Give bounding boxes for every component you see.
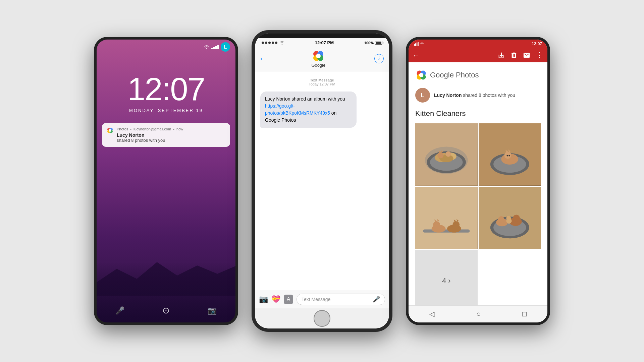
google-photos-brand-icon [415,69,427,81]
back-arrow-icon[interactable]: ← [413,52,419,59]
svg-rect-10 [414,44,415,46]
notification-header: Photos • lucynorton@gmail.com • now [117,127,225,131]
camera-input-icon[interactable]: 📷 [259,295,268,304]
sender-name: Lucy Norton [434,93,462,98]
battery-icon [375,41,382,45]
photo-grid: 4 › [415,123,541,305]
android-nav-bar: ◁ ○ □ [409,305,547,322]
lockscreen-time: 12:07 [97,73,235,105]
android2-time: 12:07 [532,42,542,46]
info-button[interactable]: i [374,54,384,63]
email-content: Google Photos L Lucy Norton shared 8 pho… [409,62,547,305]
android-bottom-nav: 🎤 ⊙ 📷 [97,305,235,316]
imessage-body: Text Message Today 12:07 PM Lucy Norton … [255,71,389,290]
notif-time: now [176,127,183,131]
svg-point-4 [109,129,111,132]
google-photos-notif-icon [107,127,113,134]
delete-icon[interactable] [510,52,518,59]
home-nav-icon[interactable]: ○ [476,310,481,318]
signal-dots-group [262,41,284,45]
lockscreen-time-display: 12:07 MONDAY, SEPTEMBER 19 [97,73,235,113]
recent-nav-icon[interactable]: □ [522,310,527,318]
kitten-photo-2 [479,123,541,186]
archive-icon[interactable] [497,52,505,59]
svg-point-28 [445,151,451,157]
notification-card[interactable]: Photos • lucynorton@gmail.com • now Lucy… [102,123,230,147]
microphone-input-icon[interactable]: 🎤 [373,296,380,303]
fingerprint-icon[interactable]: ⊙ [162,305,170,316]
wifi-icon [204,45,209,49]
svg-rect-40 [415,187,478,249]
svg-rect-12 [417,43,418,46]
notification-body: shared 8 photos with you [117,138,225,143]
contact-name: Google [311,63,325,68]
signal-icon [414,42,419,46]
photo-cell-2[interactable] [479,123,541,186]
contact-info: Google [311,49,325,68]
android-status-bar: L [97,40,235,53]
text-message-input[interactable]: Text Message 🎤 [297,294,385,305]
microphone-icon[interactable]: 🎤 [115,306,124,315]
sender-avatar: L [415,88,430,103]
svg-point-9 [316,54,321,58]
sender-info: Lucy Norton shared 8 photos with you [434,93,515,98]
signal-icon [211,45,219,49]
svg-point-47 [452,221,460,228]
wifi-icon [280,41,284,45]
svg-rect-13 [418,42,419,46]
kitten-photo-3 [415,187,478,249]
svg-point-56 [513,215,520,222]
email-icon[interactable] [523,52,530,59]
svg-point-18 [419,73,424,77]
svg-point-54 [498,216,504,223]
photo-cell-3[interactable] [415,187,478,249]
iphone-status-bar: 12:07 PM 100% [255,38,389,47]
photo-more-cell[interactable]: 4 › [415,250,478,305]
message-link[interactable]: https://goo.gl/-photos/pkBKpoKMsRMKY49x5 [265,103,330,116]
heart-input-icon[interactable]: 💝 [271,295,280,304]
battery-area: 100% [364,41,382,45]
iphone-time: 12:07 PM [315,40,334,45]
battery-percent: 100% [364,41,374,45]
brand-title: Google Photos [430,71,479,79]
message-bubble: Lucy Norton shared an album with you htt… [260,92,357,128]
more-options-icon[interactable]: ⋮ [536,51,543,60]
iphone-messages-phone: 12:07 PM 100% ‹ Google [252,30,392,332]
svg-point-58 [506,216,511,220]
android2-status-bar: 12:07 [409,40,547,48]
sender-action: shared 8 photos with you [463,93,515,98]
iphone-home-area [255,308,389,328]
appstore-input-icon[interactable]: A [284,295,293,304]
mountain-decoration [97,255,235,296]
back-nav-icon[interactable]: ◁ [429,310,435,318]
svg-point-43 [433,221,440,228]
photo-cell-4[interactable] [479,187,541,249]
google-photos-header-icon [312,49,325,63]
left-status [414,42,424,46]
input-placeholder: Text Message [302,297,330,302]
back-button[interactable]: ‹ [260,55,263,62]
svg-rect-41 [423,229,470,232]
svg-rect-11 [415,43,416,46]
home-button[interactable] [314,310,330,327]
notif-account: lucynorton@gmail.com [133,127,171,131]
imessage-header: ‹ Google i [255,47,389,71]
svg-point-27 [437,152,444,159]
android-email-phone: 12:07 ← ⋮ [406,37,550,325]
sender-row: L Lucy Norton shared 8 photos with you [415,88,541,103]
camera-icon[interactable]: 📷 [208,306,217,315]
notification-content: Photos • lucynorton@gmail.com • now Lucy… [117,127,225,143]
kitten-photo-1 [415,123,478,186]
email-toolbar: ← ⋮ [409,48,547,62]
notification-title: Lucy Norton [117,132,225,138]
user-avatar: L [221,42,230,52]
timestamp-time: Today 12:07 PM [260,82,384,86]
svg-point-39 [508,155,510,157]
message-text: Lucy Norton shared an album with you [265,96,345,102]
more-photos-count: 4 › [442,277,451,285]
lockscreen-date: MONDAY, SEPTEMBER 19 [97,108,235,113]
photo-cell-1[interactable] [415,123,478,186]
svg-point-38 [506,155,508,157]
message-timestamp: Text Message Today 12:07 PM [260,78,384,86]
wifi-icon [420,42,424,46]
